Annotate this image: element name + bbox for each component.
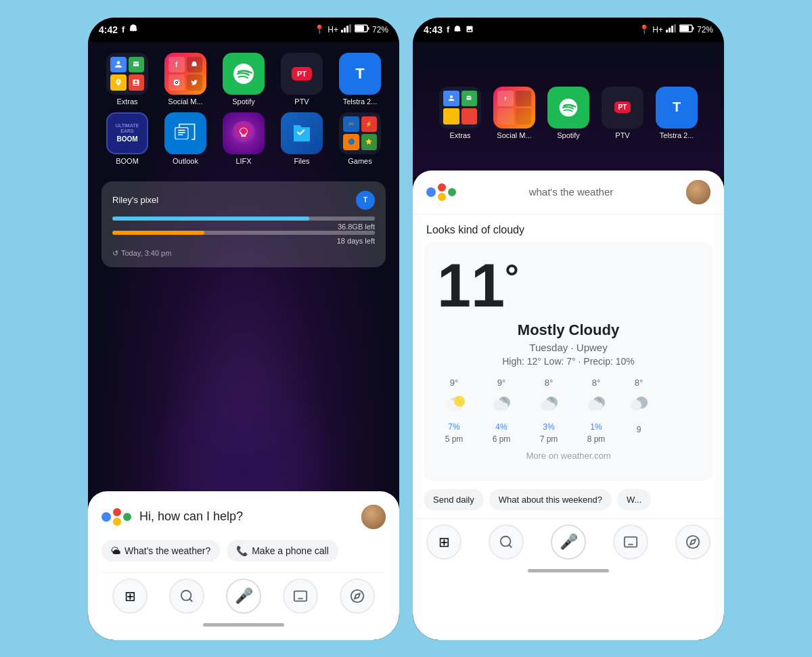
progress-bar-1	[112, 217, 375, 221]
progress-bar-2	[112, 231, 375, 235]
homescreen-top-2: Extras f Social M...	[413, 42, 724, 177]
svg-point-36	[631, 400, 641, 411]
app-social-2[interactable]: f Social M...	[491, 87, 538, 139]
progress-fill-2	[112, 231, 204, 235]
widget-header: Riley's pixel T	[112, 191, 375, 210]
app-extras[interactable]: Extras	[102, 53, 153, 106]
explore-btn[interactable]	[340, 579, 375, 614]
home-indicator-2	[528, 569, 609, 572]
svg-point-25	[454, 396, 465, 407]
lens-btn[interactable]	[169, 579, 204, 614]
app-label-extras-2: Extras	[449, 131, 470, 139]
assistant-sheet-1: Hi, how can I help? 🌥 What's the weather…	[88, 491, 399, 640]
weather-response: Looks kind of cloudy	[413, 214, 724, 242]
google-dots-1	[102, 508, 131, 526]
suggestion-send-daily[interactable]: Send daily	[424, 489, 484, 510]
explore-btn-2[interactable]	[675, 524, 710, 560]
progress-container: 36.8GB left 18 days left	[112, 217, 375, 245]
time-1: 4:42	[99, 24, 118, 35]
refresh-icon: ↺	[112, 249, 118, 258]
app-icon-boom: ULTIMATE EARS BOOM	[106, 112, 148, 154]
weather-hour-5pm: 9° 7% 5 pm	[437, 378, 471, 444]
dot-yellow	[113, 518, 121, 526]
app-label-ptv: PTV	[294, 97, 309, 106]
app-spotify-2[interactable]: Spotify	[545, 87, 592, 139]
status-left-2: 4:43 f	[424, 24, 474, 35]
app-icon-social-2: f	[493, 87, 535, 129]
app-icon-spotify-2	[547, 87, 589, 129]
app-telstra1[interactable]: T Telstra 2...	[334, 53, 386, 106]
mic-main-btn[interactable]: 🎤	[226, 579, 261, 614]
svg-rect-18	[674, 24, 676, 32]
suggestion-more[interactable]: W...	[617, 489, 651, 510]
google-dots-2	[426, 183, 456, 201]
svg-point-28	[500, 403, 508, 411]
svg-rect-7	[174, 80, 179, 85]
battery-pct-1: 72%	[372, 25, 388, 35]
telstra-widget[interactable]: Riley's pixel T 36.8GB left 18 days left	[102, 181, 386, 267]
mic-icon: 🎤	[235, 587, 253, 605]
mic-main-btn-2[interactable]: 🎤	[551, 524, 586, 560]
home-screen-2: Extras f Social M...	[413, 42, 724, 640]
svg-point-9	[177, 81, 178, 81]
app-spotify[interactable]: Spotify	[218, 53, 269, 106]
keyboard-btn-2[interactable]	[613, 524, 648, 560]
weather-hourly: 9° 7% 5 pm	[437, 378, 700, 444]
app-label-social: Social M...	[168, 97, 202, 106]
app-label-files: Files	[294, 157, 309, 165]
app-extras-2[interactable]: Extras	[436, 87, 484, 139]
chip-weather[interactable]: 🌥 What's the weather?	[102, 540, 220, 562]
weather-hour-9pm: 8° 9	[627, 378, 651, 444]
app-label-telstra1: Telstra 2...	[343, 97, 378, 106]
signal-icon	[341, 24, 352, 35]
assistant-btn-2[interactable]: ⊞	[426, 524, 461, 560]
widget-stats-1: 36.8GB left	[112, 223, 375, 231]
hour-icon-6pm	[489, 390, 514, 420]
home-screen-1: Extras f	[88, 42, 399, 640]
dot-red	[113, 508, 121, 516]
signal-icon-2	[666, 24, 677, 35]
hour-time-6pm: 6 pm	[493, 434, 511, 444]
svg-rect-17	[671, 26, 673, 32]
assistant-btn[interactable]: ⊞	[112, 579, 148, 614]
widget-title: Riley's pixel	[112, 195, 158, 205]
status-right-1: 📍 H+ 72%	[314, 24, 388, 35]
lens-btn-2[interactable]	[489, 524, 524, 560]
status-left-1: 4:42 f	[99, 24, 138, 35]
app-boom[interactable]: ULTIMATE EARS BOOM BOOM	[102, 112, 153, 165]
dot-yellow-2	[438, 193, 446, 201]
suggestion-weekend[interactable]: What about this weekend?	[489, 489, 612, 510]
app-files[interactable]: Files	[276, 112, 328, 165]
assistant-weather-card: what's the weather Looks kind of cloudy …	[413, 171, 724, 640]
svg-rect-21	[680, 26, 689, 31]
app-lifx[interactable]: LIFX	[218, 112, 269, 165]
suggestion-chips-1: 🌥 What's the weather? 📞 Make a phone cal…	[102, 540, 386, 562]
app-ptv-2[interactable]: PT PTV	[599, 87, 646, 139]
app-ptv[interactable]: PT PTV	[276, 53, 328, 106]
location-icon: 📍	[314, 24, 325, 35]
weather-header: what's the weather	[413, 171, 724, 214]
app-social[interactable]: f Social M	[160, 53, 211, 106]
hour-temp-8pm: 8°	[592, 378, 600, 388]
dot-blue-2	[426, 187, 436, 197]
chip-call-label: Make a phone call	[252, 545, 329, 556]
widget-stats-2: 18 days left	[112, 237, 375, 245]
svg-rect-6	[355, 26, 364, 31]
dot-red-2	[438, 183, 446, 191]
keyboard-btn[interactable]	[283, 579, 318, 614]
hour-icon-7pm	[537, 390, 561, 420]
app-outlook[interactable]: Outlook	[160, 112, 211, 165]
app-label-spotify-2: Spotify	[557, 131, 580, 139]
app-label-lifx: LIFX	[235, 157, 251, 165]
app-label-social-2: Social M...	[497, 131, 531, 139]
app-label-extras: Extras	[116, 97, 137, 106]
app-games[interactable]: 🎮 ⚡ 🔵 ⭐ Games	[334, 112, 386, 165]
weather-link[interactable]: More on weather.com	[437, 444, 700, 468]
hour-time-8pm: 8 pm	[587, 434, 606, 444]
app-telstra-2[interactable]: T Telstra 2...	[653, 87, 700, 139]
app-icon-extras	[106, 53, 148, 95]
svg-point-31	[547, 403, 556, 411]
gallery-icon	[466, 24, 474, 35]
chip-call[interactable]: 📞 Make a phone call	[227, 540, 338, 562]
app-icon-ptv-2: PT	[602, 87, 644, 129]
